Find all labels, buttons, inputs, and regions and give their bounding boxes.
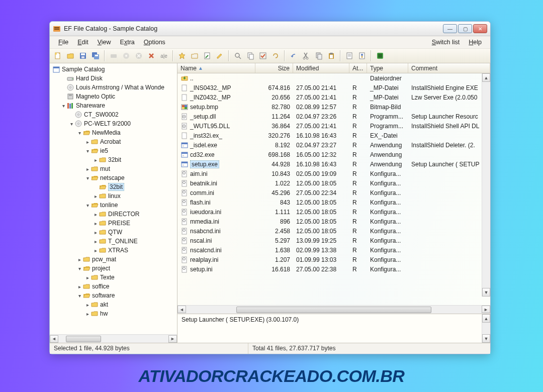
tb-undo-icon[interactable] bbox=[288, 50, 299, 61]
expand-icon[interactable]: ▸ bbox=[84, 139, 90, 145]
menu-view[interactable]: View bbox=[93, 38, 116, 47]
file-row[interactable]: _INZ0432._MP20.65627.05.00 21:41R_MP-Dat… bbox=[177, 92, 490, 102]
col-size[interactable]: Size bbox=[255, 63, 293, 73]
minimize-button[interactable]: — bbox=[443, 24, 457, 33]
tree-node[interactable]: ▸DIRECTOR bbox=[52, 210, 177, 219]
collapse-icon[interactable]: ▾ bbox=[60, 103, 66, 109]
scroll-down-icon[interactable]: ▼ bbox=[482, 334, 490, 343]
expand-icon[interactable]: ▸ bbox=[76, 257, 82, 262]
tree-node[interactable]: ▾netscape bbox=[52, 173, 177, 182]
file-row[interactable]: comm.ini45.29627.05.00 22:34RKonfigura..… bbox=[177, 188, 490, 198]
tree-node[interactable]: CT_SW0002 bbox=[52, 110, 177, 119]
tb-edit-icon[interactable] bbox=[214, 50, 225, 61]
close-button[interactable]: ✕ bbox=[473, 24, 487, 33]
tb-saveall-icon[interactable] bbox=[90, 50, 101, 61]
expand-icon[interactable]: ▸ bbox=[93, 239, 99, 244]
file-row[interactable]: _isdel.exe8.19202.04.97 23:27RAnwendungI… bbox=[177, 140, 490, 150]
tree-node[interactable]: ▾tonline bbox=[52, 201, 177, 210]
collapse-icon[interactable]: ▾ bbox=[84, 203, 90, 208]
tree-node[interactable]: Magneto Optic bbox=[52, 92, 177, 101]
scroll-up-icon[interactable]: ▲ bbox=[482, 314, 490, 323]
scroll-right-icon[interactable]: ► bbox=[168, 335, 177, 343]
tb-check-icon[interactable] bbox=[257, 50, 268, 61]
collapse-icon[interactable]: ▾ bbox=[84, 148, 90, 154]
file-row[interactable]: mmedia.ini89612.05.00 18:05RKonfigura... bbox=[177, 217, 490, 226]
tb-cut-icon[interactable] bbox=[301, 50, 312, 61]
tb-rename-icon[interactable]: a|e bbox=[158, 50, 169, 61]
file-row[interactable]: setup.ini16.61827.05.00 22:38RKonfigura.… bbox=[177, 264, 490, 274]
expand-icon[interactable]: ▸ bbox=[93, 157, 99, 163]
file-row[interactable]: setup.exe44.92816.10.98 16:43RAnwendungS… bbox=[177, 159, 490, 169]
col-type[interactable]: Type bbox=[367, 63, 408, 73]
tb-folder-icon[interactable] bbox=[189, 50, 200, 61]
expand-icon[interactable]: ▸ bbox=[84, 166, 90, 172]
col-name[interactable]: Name▲ bbox=[177, 63, 255, 73]
file-row[interactable]: realplay.ini1.20701.09.99 13:03RKonfigur… bbox=[177, 255, 490, 264]
tb-favorite-icon[interactable] bbox=[176, 50, 188, 61]
tree-node[interactable]: ▾ie5 bbox=[52, 146, 177, 155]
expand-icon[interactable]: ▸ bbox=[84, 302, 90, 308]
expand-icon[interactable]: ▸ bbox=[93, 212, 99, 217]
col-modified[interactable]: Modified bbox=[293, 63, 349, 73]
file-row[interactable]: iueudora.ini1.11112.05.00 18:05RKonfigur… bbox=[177, 207, 490, 217]
menu-options[interactable]: Options bbox=[139, 38, 170, 47]
expand-icon[interactable]: ▸ bbox=[76, 284, 82, 289]
collapse-icon[interactable]: ▾ bbox=[84, 175, 90, 181]
file-row[interactable]: nscalcnd.ini1.63802.09.99 13:38RKonfigur… bbox=[177, 245, 490, 255]
expand-icon[interactable]: ▸ bbox=[93, 248, 99, 253]
scroll-left-icon[interactable]: ◄ bbox=[50, 335, 58, 343]
scroll-down-icon[interactable]: ▼ bbox=[482, 288, 490, 297]
scroll-left-icon[interactable]: ◄ bbox=[177, 306, 186, 313]
tree-node[interactable]: ▸pcw_mat bbox=[52, 255, 177, 264]
collapse-icon[interactable]: ▾ bbox=[76, 130, 82, 136]
file-row[interactable]: nsabcnd.ini2.45812.05.00 18:05RKonfigura… bbox=[177, 226, 490, 236]
tb-new-icon[interactable] bbox=[52, 50, 63, 61]
tree-node[interactable]: ▸Texte bbox=[52, 273, 177, 282]
menu-file[interactable]: File bbox=[54, 38, 73, 47]
file-row[interactable]: flash.ini84312.05.00 18:05RKonfigura... bbox=[177, 198, 490, 207]
tree-node[interactable]: ▸T_ONLINE bbox=[52, 237, 177, 246]
tree-root-node[interactable]: Sample Catalog bbox=[52, 65, 177, 74]
tb-copy2-icon[interactable] bbox=[313, 50, 324, 61]
file-row[interactable]: aim.ini10.84302.05.00 19:09RKonfigura... bbox=[177, 169, 490, 178]
tb-cd-icon[interactable] bbox=[121, 50, 132, 61]
file-row[interactable]: _WUTL95.DLL36.86427.05.00 21:41RProgramm… bbox=[177, 121, 490, 131]
tree-node[interactable]: ▸akt bbox=[52, 300, 177, 309]
collapse-icon[interactable]: ▾ bbox=[68, 121, 74, 127]
tb-doc-icon[interactable] bbox=[344, 50, 355, 61]
menu-extra[interactable]: Extra bbox=[116, 38, 139, 47]
tree-node[interactable]: ▸XTRAS bbox=[52, 246, 177, 255]
menu-switch-list[interactable]: Switch list bbox=[427, 38, 465, 47]
expand-icon[interactable]: ▸ bbox=[93, 221, 99, 226]
tree-node[interactable]: ▸linux bbox=[52, 191, 177, 201]
file-row[interactable]: ..Dateiordner bbox=[177, 73, 490, 83]
tree-node[interactable]: ▾software bbox=[52, 291, 177, 300]
tb-search-icon[interactable] bbox=[232, 50, 243, 61]
scroll-thumb[interactable] bbox=[66, 336, 101, 342]
tree-node[interactable]: ▸PREISE bbox=[52, 219, 177, 228]
file-row[interactable]: setup.bmp82.78002.08.99 12:57RBitmap-Bil… bbox=[177, 102, 490, 112]
menu-help[interactable]: Help bbox=[464, 38, 486, 47]
expand-icon[interactable]: ▸ bbox=[93, 230, 99, 235]
tree-node[interactable]: ▸32bit bbox=[52, 155, 177, 164]
tree-node[interactable]: ▸hw bbox=[52, 309, 177, 318]
col-attr[interactable]: At... bbox=[349, 63, 367, 73]
tb-open-icon[interactable] bbox=[65, 50, 76, 61]
tb-note-icon[interactable] bbox=[202, 50, 213, 61]
list-hscrollbar[interactable]: ◄ ► bbox=[177, 305, 490, 314]
expand-icon[interactable]: ▸ bbox=[84, 311, 90, 317]
tb-save-icon[interactable] bbox=[77, 50, 88, 61]
tree-hscrollbar[interactable]: ◄ ► bbox=[50, 334, 177, 343]
tree-node[interactable]: ▸Acrobat bbox=[52, 137, 177, 146]
tree-node[interactable]: ▾NewMedia bbox=[52, 128, 177, 137]
tree-node[interactable]: ▸QTW bbox=[52, 228, 177, 237]
expand-icon[interactable]: ▸ bbox=[84, 275, 90, 280]
file-row[interactable]: beatnik.ini1.02212.05.00 18:05RKonfigura… bbox=[177, 178, 490, 188]
scroll-up-icon[interactable]: ▲ bbox=[482, 73, 490, 82]
col-comment[interactable]: Comment bbox=[408, 63, 490, 73]
tb-paste-icon[interactable] bbox=[326, 50, 337, 61]
maximize-button[interactable]: ▢ bbox=[458, 24, 472, 33]
collapse-icon[interactable]: ▾ bbox=[76, 266, 82, 271]
file-row[interactable]: cd32.exe698.16816.05.00 12:32RAnwendung bbox=[177, 150, 490, 159]
tree-node[interactable]: Hard Disk bbox=[52, 74, 177, 83]
